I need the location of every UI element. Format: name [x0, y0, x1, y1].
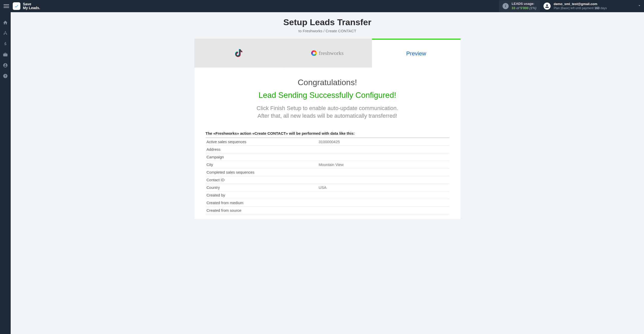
account-menu[interactable]: demo_sml_test@gmail.com Plan |Basic| lef…: [543, 2, 607, 10]
table-row: Address: [206, 146, 449, 153]
sidebar: [0, 12, 11, 334]
dollar-icon[interactable]: [3, 41, 8, 47]
tab-tiktok[interactable]: [194, 39, 283, 68]
field-value: [318, 146, 449, 153]
freshworks-label: freshworks: [319, 50, 344, 56]
field-value: [318, 207, 449, 214]
field-name: Country: [206, 184, 318, 191]
field-name: Created from source: [206, 207, 318, 214]
field-name: Address: [206, 146, 318, 153]
page-subtitle: to Freshworks / Create CONTACT: [11, 29, 644, 33]
usage-value: 33 of 5'000 (1%): [512, 6, 536, 10]
table-row: Completed sales sequences: [206, 169, 449, 176]
table-row: Campaign: [206, 153, 449, 161]
table-row: Created from source: [206, 207, 449, 214]
tab-label-preview: Preview: [406, 50, 426, 57]
field-name: Campaign: [206, 153, 318, 161]
logo-text: Save My Leads.: [23, 2, 40, 10]
avatar-icon: [543, 3, 551, 10]
sitemap-icon[interactable]: [3, 31, 8, 36]
field-name: City: [206, 161, 318, 169]
user-circle-icon[interactable]: [3, 63, 8, 68]
freshworks-icon: [311, 50, 317, 56]
field-value: Mountain View: [318, 161, 449, 169]
topbar: Save My Leads. i LEADS usage: 33 of 5'00…: [0, 0, 644, 12]
table-row: CityMountain View: [206, 161, 449, 169]
field-name: Contact ID: [206, 176, 318, 184]
usage-label: LEADS usage:: [512, 2, 536, 6]
congrats-heading: Congratulations!: [206, 78, 449, 87]
table-row: CountryUSA: [206, 184, 449, 191]
field-value: [318, 191, 449, 199]
leads-usage: i LEADS usage: 33 of 5'000 (1%): [499, 0, 540, 12]
table-row: Contact ID: [206, 176, 449, 184]
field-value: [318, 169, 449, 176]
logo[interactable]: Save My Leads.: [13, 2, 40, 10]
field-value: [318, 199, 449, 207]
field-value: 3100000425: [318, 138, 449, 146]
account-text: demo_sml_test@gmail.com Plan |Basic| lef…: [554, 2, 607, 10]
helper-text: Click Finish Setup to enable auto-update…: [206, 104, 449, 119]
table-row: Active sales sequences3100000425: [206, 138, 449, 146]
field-value: [318, 153, 449, 161]
field-name: Created by: [206, 191, 318, 199]
tiktok-icon: [234, 47, 244, 59]
main-content: Setup Leads Transfer to Freshworks / Cre…: [11, 12, 644, 334]
logo-icon: [13, 2, 20, 10]
setup-card: freshworks Preview Congratulations! Lead…: [194, 39, 461, 219]
hamburger-menu-icon[interactable]: [4, 3, 9, 9]
field-name: Created from medium: [206, 199, 318, 207]
action-description: The «Freshworks» action «Create CONTACT»…: [206, 131, 449, 138]
preview-table: Active sales sequences3100000425AddressC…: [206, 138, 449, 214]
field-value: USA: [318, 184, 449, 191]
help-icon[interactable]: [3, 73, 8, 79]
page-title: Setup Leads Transfer: [11, 17, 644, 27]
table-row: Created by: [206, 191, 449, 199]
field-name: Active sales sequences: [206, 138, 318, 146]
field-name: Completed sales sequences: [206, 169, 318, 176]
info-icon: i: [503, 3, 509, 9]
success-message: Lead Sending Successfully Configured!: [206, 91, 449, 100]
chevron-down-icon[interactable]: [637, 4, 641, 9]
preview-body: Congratulations! Lead Sending Successful…: [194, 68, 461, 219]
briefcase-icon[interactable]: [3, 52, 8, 57]
home-icon[interactable]: [3, 20, 8, 25]
table-row: Created from medium: [206, 199, 449, 207]
tab-preview[interactable]: Preview: [372, 39, 461, 68]
tab-freshworks[interactable]: freshworks: [283, 39, 372, 68]
field-value: [318, 176, 449, 184]
tabs: freshworks Preview: [194, 39, 461, 68]
